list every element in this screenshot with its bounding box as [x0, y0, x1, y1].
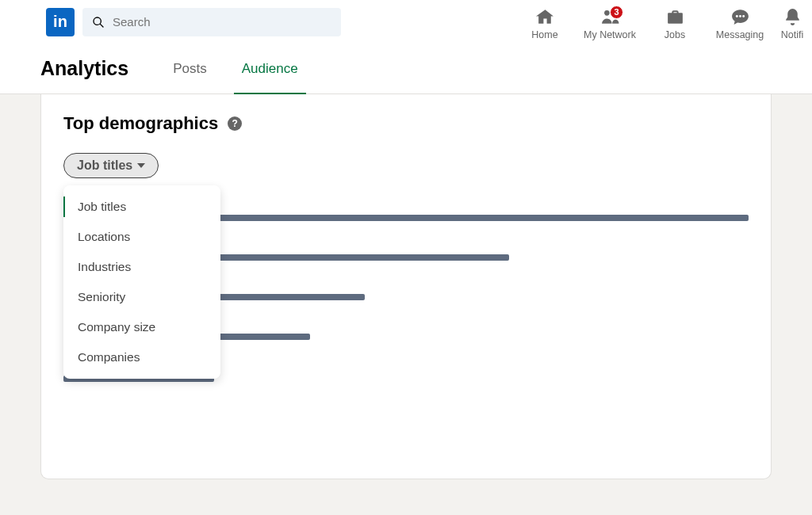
dropdown-item-locations[interactable]: Locations: [63, 222, 220, 252]
filter-dropdown: Job titles Locations Industries Seniorit…: [63, 185, 220, 379]
nav-items: Home 3 My Network Jobs Messaging Notifi: [512, 4, 812, 40]
network-badge: 3: [610, 6, 623, 19]
search-icon: [92, 16, 105, 29]
nav-label: Home: [531, 29, 557, 40]
top-nav: in Home 3 My Network Jobs Messaging Noti…: [0, 0, 812, 44]
content-card: Top demographics ? Job titles Job titles…: [40, 94, 772, 479]
tabs: Posts Audience: [173, 44, 297, 93]
nav-notifications[interactable]: Notifi: [772, 7, 812, 40]
dropdown-item-job-titles[interactable]: Job titles: [63, 192, 220, 222]
message-icon: [730, 7, 750, 27]
nav-jobs[interactable]: Jobs: [642, 7, 707, 40]
tab-posts[interactable]: Posts: [173, 44, 207, 93]
dropdown-item-industries[interactable]: Industries: [63, 252, 220, 282]
nav-label: My Network: [584, 29, 636, 40]
svg-point-0: [604, 10, 610, 16]
search-box[interactable]: [82, 8, 341, 36]
tab-audience[interactable]: Audience: [242, 44, 298, 93]
svg-point-2: [735, 15, 737, 17]
svg-point-3: [739, 15, 741, 17]
bell-icon: [783, 7, 802, 27]
nav-label: Notifi: [781, 29, 803, 40]
search-input[interactable]: [113, 15, 331, 29]
help-icon[interactable]: ?: [228, 116, 242, 131]
page-title: Analytics: [40, 57, 128, 80]
dropdown-item-company-size[interactable]: Company size: [63, 312, 220, 342]
nav-label: Jobs: [665, 29, 685, 40]
section-title: Top demographics: [63, 113, 218, 134]
dropdown-item-companies[interactable]: Companies: [63, 342, 220, 372]
nav-network[interactable]: 3 My Network: [577, 7, 642, 40]
nav-messaging[interactable]: Messaging: [707, 7, 772, 40]
sub-nav: Analytics Posts Audience: [0, 44, 812, 94]
dropdown-item-seniority[interactable]: Seniority: [63, 282, 220, 312]
linkedin-logo[interactable]: in: [46, 8, 75, 36]
section-header: Top demographics ?: [63, 113, 749, 134]
home-icon: [535, 7, 555, 27]
filter-pill[interactable]: Job titles: [63, 153, 159, 178]
svg-point-4: [742, 15, 745, 17]
caret-down-icon: [137, 163, 145, 168]
briefcase-icon: [665, 7, 685, 27]
nav-label: Messaging: [716, 29, 764, 40]
filter-selected-label: Job titles: [77, 158, 132, 173]
nav-home[interactable]: Home: [512, 7, 577, 40]
